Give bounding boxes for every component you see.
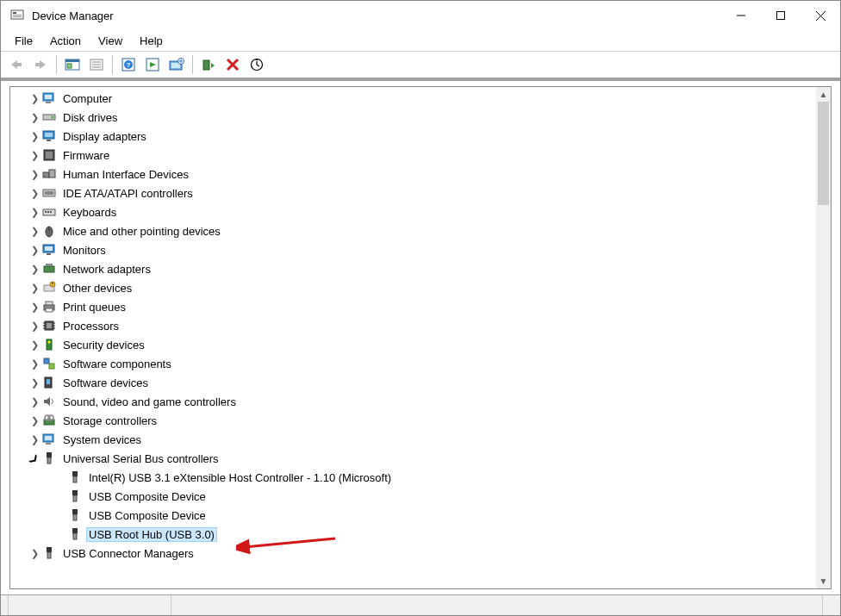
expander-icon[interactable]: ❯ (28, 226, 41, 237)
maximize-button[interactable] (761, 1, 801, 30)
expander-icon[interactable]: ❯ (28, 302, 41, 313)
tree-node-ide[interactable]: ❯ IDE ATA/ATAPI controllers (10, 184, 816, 202)
tree-node-usb-composite1[interactable]: ❯ USB Composite Device (10, 487, 816, 506)
tree-node-system[interactable]: ❯ System devices (10, 430, 816, 449)
expander-icon[interactable]: ❯ (28, 283, 41, 294)
scroll-down-arrow-icon[interactable]: ▼ (816, 574, 831, 588)
system-icon (41, 432, 57, 447)
properties-button[interactable] (84, 53, 109, 76)
expander-icon[interactable]: ❯ (28, 320, 41, 332)
scan-hardware-button[interactable] (245, 53, 269, 76)
expander-icon[interactable]: ❯ (28, 339, 41, 351)
update-driver-button[interactable] (165, 53, 189, 76)
scrollbar-thumb[interactable] (818, 102, 829, 205)
tree-node-usb-composite2[interactable]: ❯ USB Composite Device (10, 506, 816, 525)
menu-file[interactable]: File (6, 33, 41, 49)
expander-icon[interactable]: ❯ (28, 396, 41, 408)
svg-rect-37 (46, 152, 53, 159)
title-bar: Device Manager (1, 1, 840, 30)
scrollbar-track[interactable] (816, 205, 831, 574)
svg-rect-83 (72, 490, 78, 495)
usb-icon (41, 451, 57, 466)
computer-icon (41, 90, 57, 106)
menu-action[interactable]: Action (41, 33, 90, 49)
security-icon (41, 337, 57, 352)
scroll-up-arrow-icon[interactable]: ▲ (816, 87, 831, 102)
tree-node-usb-root-hub[interactable]: ❯ USB Root Hub (USB 3.0) (10, 525, 816, 544)
tree-node-usb-controllers[interactable]: ❯ Universal Serial Bus controllers (10, 449, 816, 468)
expander-icon[interactable]: ❯ (28, 548, 41, 559)
status-cell (171, 595, 823, 615)
tree-node-disk-drives[interactable]: ❯ Disk drives (10, 108, 816, 127)
svg-rect-58 (46, 308, 53, 312)
tree-node-keyboards[interactable]: ❯ Keyboards (10, 202, 816, 221)
svg-rect-41 (45, 191, 53, 195)
expander-icon[interactable]: ❯ (28, 415, 41, 426)
device-tree[interactable]: ❯ Computer ❯ Disk drives ❯ Display adapt… (10, 87, 816, 588)
tree-node-storage[interactable]: ❯ Storage controllers (10, 411, 816, 430)
svg-rect-90 (47, 552, 51, 558)
tree-node-security[interactable]: ❯ Security devices (10, 335, 816, 354)
vertical-scrollbar[interactable]: ▲ ▼ (816, 87, 831, 588)
menu-view[interactable]: View (90, 33, 131, 49)
tree-node-print-queues[interactable]: ❯ Print queues (10, 297, 816, 316)
node-label: Print queues (60, 300, 128, 314)
menu-help[interactable]: Help (131, 33, 171, 49)
expander-icon[interactable]: ❯ (28, 188, 41, 199)
tree-node-processors[interactable]: ❯ Processors (10, 316, 816, 335)
menu-bar: File Action View Help (1, 30, 840, 51)
software-components-icon (41, 356, 57, 371)
back-button[interactable] (4, 53, 28, 76)
minimize-button[interactable] (721, 1, 761, 30)
expander-icon[interactable]: ❯ (28, 169, 41, 180)
action-button[interactable] (140, 53, 165, 76)
node-label: Other devices (60, 281, 134, 296)
window-title: Device Manager (32, 9, 114, 22)
forward-button[interactable] (28, 53, 53, 76)
usb-icon (41, 545, 57, 561)
node-label: Display adapters (60, 129, 149, 144)
tree-node-software-components[interactable]: ❯ Software components (10, 354, 816, 373)
svg-rect-52 (46, 264, 53, 266)
help-button[interactable]: ? (116, 53, 140, 76)
tree-node-network[interactable]: ❯ Network adapters (10, 259, 816, 278)
node-label-selected: USB Root Hub (USB 3.0) (86, 527, 217, 542)
close-button[interactable] (801, 1, 840, 30)
svg-rect-88 (73, 533, 77, 539)
expander-icon[interactable]: ❯ (28, 112, 41, 123)
svg-rect-69 (44, 358, 49, 364)
enable-device-button[interactable] (196, 53, 221, 76)
ide-icon (41, 185, 57, 201)
expander-icon[interactable]: ❯ (28, 131, 41, 142)
expander-icon[interactable]: ❯ (28, 377, 41, 389)
tree-node-mice[interactable]: ❯ Mice and other pointing devices (10, 221, 816, 240)
expander-icon[interactable]: ❯ (28, 264, 41, 275)
status-cell (8, 595, 171, 615)
tree-node-display-adapters[interactable]: ❯ Display adapters (10, 127, 816, 146)
svg-rect-8 (16, 63, 22, 66)
tree-node-firmware[interactable]: ❯ Firmware (10, 146, 816, 165)
expander-icon[interactable]: ❯ (28, 93, 41, 104)
tree-node-hid[interactable]: ❯ Human Interface Devices (10, 165, 816, 184)
tree-node-usb-intel[interactable]: ❯ Intel(R) USB 3.1 eXtensible Host Contr… (10, 468, 816, 487)
resize-grip[interactable] (823, 595, 840, 615)
expander-icon[interactable]: ❯ (28, 245, 41, 256)
expander-icon[interactable]: ❯ (28, 434, 41, 445)
svg-rect-78 (46, 443, 51, 445)
tree-node-usb-connector-managers[interactable]: ❯ USB Connector Managers (10, 544, 816, 563)
tree-node-monitors[interactable]: ❯ Monitors (10, 240, 816, 259)
show-hide-console-tree-button[interactable] (60, 53, 84, 76)
svg-rect-57 (46, 302, 53, 305)
expander-icon[interactable]: ❯ (28, 207, 41, 218)
uninstall-device-button[interactable] (221, 53, 245, 76)
tree-node-sound[interactable]: ❯ Sound, video and game controllers (10, 392, 816, 411)
tree-node-other[interactable]: ❯ ? Other devices (10, 278, 816, 297)
usb-icon (67, 470, 83, 485)
tree-node-software-devices[interactable]: ❯ Software devices (10, 373, 816, 392)
node-label: Monitors (60, 243, 109, 258)
svg-point-32 (52, 116, 54, 119)
svg-rect-79 (47, 452, 52, 457)
expander-icon[interactable]: ❯ (28, 358, 41, 370)
tree-node-computer[interactable]: ❯ Computer (10, 89, 816, 108)
expander-icon[interactable]: ❯ (28, 150, 41, 161)
